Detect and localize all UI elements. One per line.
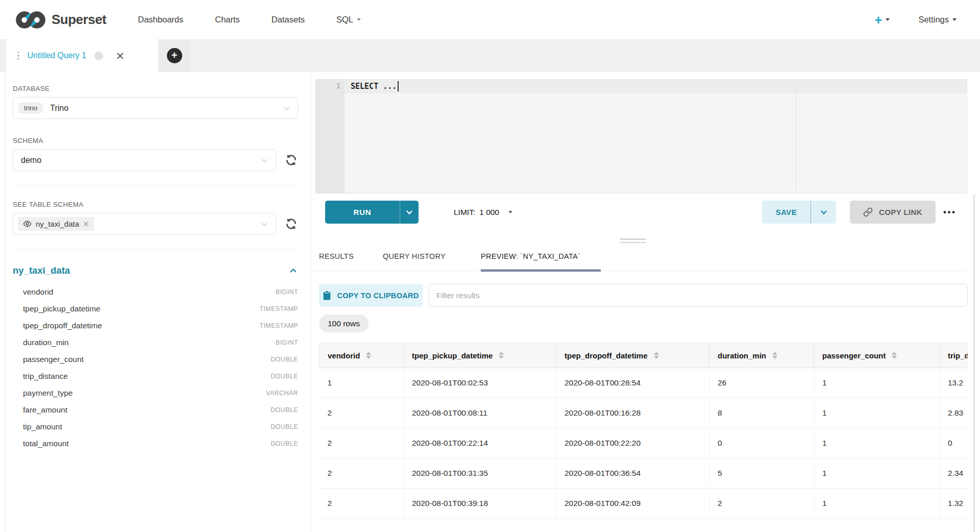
schema-select[interactable]: demo [13,149,276,171]
link-icon [863,207,873,217]
clipboard-icon [323,291,331,300]
nav-links: Dashboards Charts Datasets SQL [138,15,361,25]
column-header-tpep_pickup_datetime[interactable]: tpep_pickup_datetime [404,343,556,368]
superset-infinity-icon [15,10,46,30]
copy-to-clipboard-label: COPY TO CLIPBOARD [337,292,419,300]
schema-column-row: passenger_countDOUBLE [13,351,298,368]
chevron-down-icon [357,18,361,21]
table-cell: 2 [709,489,814,519]
column-header-trip_distance[interactable]: trip_distance [940,343,968,368]
refresh-schemas-button[interactable] [284,153,298,167]
table-cell: 2020-08-01T00:22:14 [404,428,556,458]
sql-editor[interactable]: 1 SELECT ... [315,79,967,194]
schema-column-row: tpep_pickup_datetimeTIMESTAMP [13,300,298,317]
remove-table-button[interactable] [83,221,89,227]
superset-logo[interactable]: Superset [15,10,106,30]
table-cell: 13.2 [940,368,968,398]
editor-toolbar: RUN LIMIT: 1 000 SAVE [315,201,968,224]
add-tab-button[interactable]: + [167,48,182,63]
table-cell: 2020-08-01T00:22:20 [556,428,709,458]
sort-icon [366,352,371,359]
column-header-label: tpep_pickup_datetime [412,351,493,360]
save-options-button[interactable] [811,201,836,224]
table-columns-list: vendoridBIGINTtpep_pickup_datetimeTIMEST… [13,283,298,452]
table-cell: 1 [814,428,940,458]
line-number: 1 [316,82,340,90]
column-name: fare_amount [23,405,67,415]
limit-dropdown[interactable]: LIMIT: 1 000 [454,201,512,224]
column-header-tpep_dropoff_datetime[interactable]: tpep_dropoff_datetime [556,343,709,368]
vertical-scrollbar[interactable] [973,194,975,532]
tab-query-history[interactable]: QUERY HISTORY [383,252,446,260]
table-cell: 2020-08-01T00:42:09 [556,489,709,519]
save-button[interactable]: SAVE [762,201,811,224]
pane-resize-handle[interactable] [620,238,646,245]
table-cell: 0 [940,428,968,458]
settings-menu[interactable]: Settings [918,15,957,25]
run-options-button[interactable] [400,201,419,224]
caret-down-icon [508,211,512,213]
editor-pane-divider[interactable] [796,91,796,191]
column-header-passenger_count[interactable]: passenger_count [814,343,940,368]
nav-item-datasets[interactable]: Datasets [272,15,305,25]
column-header-label: trip_distance [948,351,968,360]
query-tab-strip: Untitled Query 1 + [0,39,980,72]
column-name: duration_min [23,338,69,347]
sql-lab-sidebar: DATABASE trino Trino SCHEMA demo [5,72,311,532]
query-tab[interactable]: Untitled Query 1 [6,39,158,72]
query-status-dot [94,52,103,60]
column-type: DOUBLE [271,423,298,430]
copy-to-clipboard-button[interactable]: COPY TO CLIPBOARD [319,284,423,307]
schema-column-row: tpep_dropoff_datetimeTIMESTAMP [13,317,298,334]
sql-lab-app: Superset Dashboards Charts Datasets SQL … [0,0,980,532]
tab-results[interactable]: RESULTS [319,252,354,260]
selected-table-tag: ny_taxi_data [18,217,94,231]
database-select[interactable]: trino Trino [13,97,298,119]
sort-icon [499,352,504,359]
schema-column-row: total_amountDOUBLE [13,435,298,452]
divider [13,185,298,186]
copy-link-button[interactable]: COPY LINK [850,201,936,224]
table-select[interactable]: ny_taxi_data [13,213,276,235]
settings-label: Settings [918,15,949,25]
schema-column-row: vendoridBIGINT [13,283,298,300]
table-schema-label: SEE TABLE SCHEMA [13,201,298,208]
table-cell: 0 [709,428,814,458]
column-header-duration_min[interactable]: duration_min [709,343,814,368]
table-cell: 2020-08-01T00:16:28 [556,398,709,428]
column-header-vendorid[interactable]: vendorid [320,343,404,368]
copy-link-label: COPY LINK [879,208,922,216]
nav-item-dashboards[interactable]: Dashboards [138,15,183,25]
tab-preview-table[interactable]: PREVIEW: `NY_TAXI_DATA` [481,252,580,260]
schema-column-row: tip_amountDOUBLE [13,418,298,435]
column-header-label: tpep_dropoff_datetime [565,351,648,360]
table-row: 22020-08-01T00:31:352020-08-01T00:36:545… [320,458,968,489]
column-type: DOUBLE [271,440,298,447]
sql-code-line: SELECT ... [351,82,397,91]
editor-gutter [316,80,345,193]
column-name: tpep_pickup_datetime [23,304,101,313]
filter-results-input[interactable] [429,284,968,307]
column-name: tip_amount [23,422,62,431]
nav-item-sql[interactable]: SQL [336,15,361,25]
table-row: 22020-08-01T00:22:142020-08-01T00:22:200… [320,428,968,458]
new-item-button[interactable]: + [874,13,890,27]
tab-bar-rule [312,271,968,271]
nav-item-charts[interactable]: Charts [215,15,240,25]
table-cell: 2 [320,398,404,428]
column-name: trip_distance [23,372,68,381]
schema-column-row: trip_distanceDOUBLE [13,368,298,384]
table-row: 22020-08-01T00:39:182020-08-01T00:42:092… [320,489,968,519]
close-tab-button[interactable] [116,52,124,60]
table-cell: 2020-08-01T00:08:11 [404,398,556,428]
refresh-tables-button[interactable] [284,217,298,231]
column-type: DOUBLE [271,373,298,380]
more-options-button[interactable]: ••• [943,201,956,224]
column-name: total_amount [23,439,69,448]
chevron-down-icon [405,208,413,216]
column-name: payment_type [23,389,72,398]
editor-active-line [316,80,967,93]
schema-label: SCHEMA [13,137,298,144]
database-backend-tag: trino [18,102,43,114]
run-button[interactable]: RUN [325,201,400,224]
